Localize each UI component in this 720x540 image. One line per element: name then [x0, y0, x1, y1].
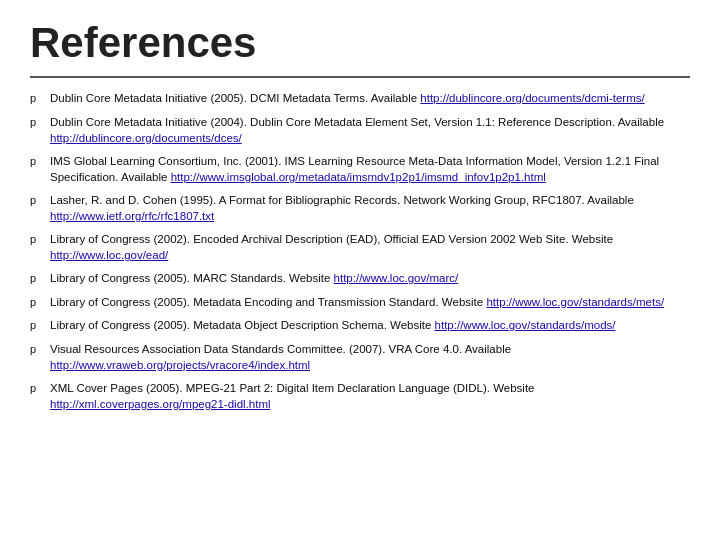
references-list: pDublin Core Metadata Initiative (2005).… — [30, 90, 690, 412]
reference-link[interactable]: http://www.loc.gov/standards/mods/ — [435, 319, 616, 331]
reference-text: Dublin Core Metadata Initiative (2005). … — [50, 90, 690, 106]
bullet-icon: p — [30, 381, 46, 396]
reference-text: XML Cover Pages (2005). MPEG-21 Part 2: … — [50, 380, 690, 412]
reference-text: IMS Global Learning Consortium, Inc. (20… — [50, 153, 690, 185]
reference-text: Library of Congress (2002). Encoded Arch… — [50, 231, 690, 263]
reference-link[interactable]: http://www.imsglobal.org/metadata/imsmdv… — [171, 171, 546, 183]
reference-text: Library of Congress (2005). MARC Standar… — [50, 270, 690, 286]
bullet-icon: p — [30, 342, 46, 357]
reference-text: Visual Resources Association Data Standa… — [50, 341, 690, 373]
bullet-icon: p — [30, 91, 46, 106]
bullet-icon: p — [30, 154, 46, 169]
bullet-icon: p — [30, 193, 46, 208]
list-item: pVisual Resources Association Data Stand… — [30, 341, 690, 373]
bullet-icon: p — [30, 271, 46, 286]
list-item: pLasher, R. and D. Cohen (1995). A Forma… — [30, 192, 690, 224]
list-item: pLibrary of Congress (2002). Encoded Arc… — [30, 231, 690, 263]
reference-text: Library of Congress (2005). Metadata Enc… — [50, 294, 690, 310]
reference-link[interactable]: http://www.ietf.org/rfc/rfc1807.txt — [50, 210, 214, 222]
reference-link[interactable]: http://www.vraweb.org/projects/vracore4/… — [50, 359, 310, 371]
reference-link[interactable]: http://dublincore.org/documents/dcmi-ter… — [420, 92, 644, 104]
list-item: pDublin Core Metadata Initiative (2005).… — [30, 90, 690, 106]
reference-link[interactable]: http://www.loc.gov/ead/ — [50, 249, 168, 261]
bullet-icon: p — [30, 232, 46, 247]
list-item: pLibrary of Congress (2005). MARC Standa… — [30, 270, 690, 286]
bullet-icon: p — [30, 318, 46, 333]
list-item: pDublin Core Metadata Initiative (2004).… — [30, 114, 690, 146]
bullet-icon: p — [30, 115, 46, 130]
list-item: pLibrary of Congress (2005). Metadata En… — [30, 294, 690, 310]
list-item: pXML Cover Pages (2005). MPEG-21 Part 2:… — [30, 380, 690, 412]
reference-link[interactable]: http://www.loc.gov/standards/mets/ — [486, 296, 664, 308]
reference-link[interactable]: http://dublincore.org/documents/dces/ — [50, 132, 242, 144]
title-divider — [30, 76, 690, 78]
list-item: pLibrary of Congress (2005). Metadata Ob… — [30, 317, 690, 333]
reference-link[interactable]: http://xml.coverpages.org/mpeg21-didl.ht… — [50, 398, 271, 410]
reference-text: Dublin Core Metadata Initiative (2004). … — [50, 114, 690, 146]
page-title: References — [30, 20, 690, 66]
bullet-icon: p — [30, 295, 46, 310]
reference-text: Library of Congress (2005). Metadata Obj… — [50, 317, 690, 333]
reference-link[interactable]: http://www.loc.gov/marc/ — [334, 272, 459, 284]
reference-text: Lasher, R. and D. Cohen (1995). A Format… — [50, 192, 690, 224]
list-item: pIMS Global Learning Consortium, Inc. (2… — [30, 153, 690, 185]
